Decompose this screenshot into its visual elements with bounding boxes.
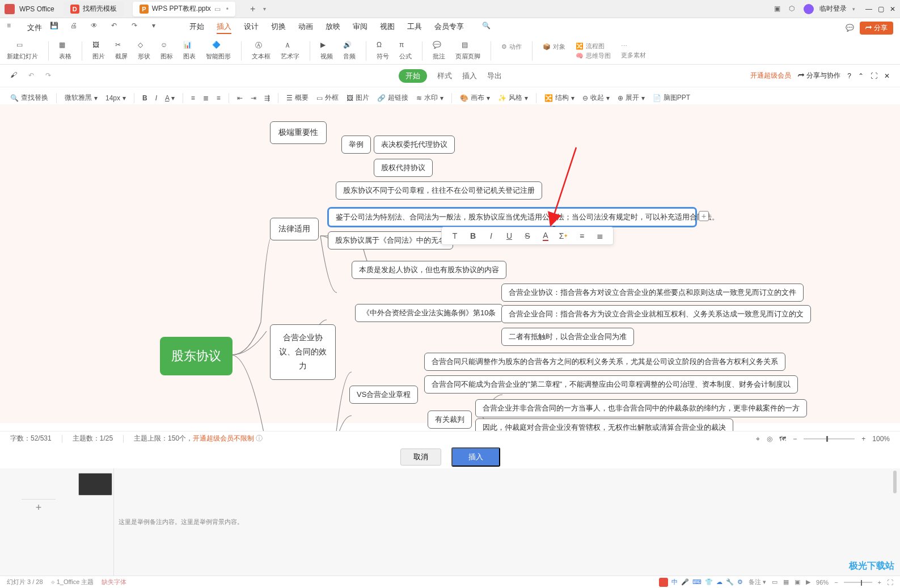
- tool-textbox[interactable]: Ⓐ文本框: [252, 41, 271, 61]
- menu-icon[interactable]: ≡: [7, 22, 19, 34]
- slide-thumbnail[interactable]: [78, 473, 112, 496]
- view-normal-icon[interactable]: ▭: [772, 578, 778, 586]
- fmt-underline[interactable]: U: [504, 231, 514, 241]
- zoom-out-icon[interactable]: −: [793, 435, 797, 443]
- node-b3-r1[interactable]: 合营企业协议：指合营各方对设立合营企业的某些要点和原则达成一致意见而订立的文件: [501, 284, 804, 302]
- center-node[interactable]: 股东协议: [160, 337, 233, 375]
- image-button[interactable]: 🖼 图片: [347, 93, 369, 103]
- app-zoom-in[interactable]: +: [878, 579, 881, 586]
- save-icon[interactable]: 💾: [50, 22, 62, 34]
- tab-review[interactable]: 审阅: [353, 22, 367, 34]
- expand-button[interactable]: ⊕ 展开 ▾: [618, 93, 645, 103]
- file-menu[interactable]: 文件: [27, 23, 42, 33]
- cancel-button[interactable]: 取消: [400, 449, 441, 466]
- font-select[interactable]: 微软雅黑 ▾: [65, 93, 98, 103]
- node-b1-n3[interactable]: 股东协议不同于公司章程，往往不在公司登记机关登记注册: [336, 181, 542, 200]
- scrollbar-right[interactable]: [892, 471, 898, 573]
- tool-action[interactable]: ⚙ 动作: [501, 43, 522, 51]
- node-b3-v1[interactable]: 合营合同只能调整作为股东的合营各方之间的权利义务关系，尤其是公司设立阶段的合营各…: [424, 353, 785, 371]
- outline-button[interactable]: ☰ 概要: [286, 93, 309, 103]
- fmt-color[interactable]: A: [540, 231, 551, 241]
- zoom-in-icon[interactable]: +: [861, 435, 865, 443]
- node-b1-n2[interactable]: 股权代持协议: [374, 159, 433, 177]
- print-icon[interactable]: 🖨: [70, 22, 83, 34]
- tool-more-label[interactable]: 更多素材: [621, 51, 646, 60]
- tool-symbol[interactable]: Ω符号: [377, 41, 389, 61]
- node-b3-n1[interactable]: 本质是发起人协议，但也有股东协议的内容: [352, 261, 506, 279]
- tool-object[interactable]: 📦 对象: [543, 43, 565, 51]
- insert-button[interactable]: 插入: [451, 447, 500, 467]
- mm-tab-export[interactable]: 导出: [487, 71, 502, 81]
- slide-number[interactable]: 幻灯片 3 / 28: [7, 578, 43, 586]
- view-present-icon[interactable]: ▶: [806, 578, 810, 586]
- mm-tab-insert[interactable]: 插入: [462, 71, 477, 81]
- login-label[interactable]: 临时登录: [819, 4, 847, 14]
- missing-font[interactable]: 缺失字体: [102, 578, 126, 586]
- tool-table[interactable]: ▦表格: [59, 41, 71, 61]
- tab-animation[interactable]: 动画: [298, 22, 313, 34]
- locate-icon[interactable]: ⌖: [756, 435, 760, 443]
- mm-undo-icon[interactable]: ↶: [28, 71, 37, 81]
- tool-chart[interactable]: 📊图表: [183, 41, 196, 61]
- tab-tools[interactable]: 工具: [407, 22, 422, 34]
- tool-wordart[interactable]: Ａ艺术字: [281, 41, 299, 61]
- link-button[interactable]: 🔗 超链接: [377, 93, 408, 103]
- branch-law[interactable]: 法律适用: [270, 218, 319, 240]
- align-center-icon[interactable]: ≣: [203, 94, 209, 102]
- fmt-number-icon[interactable]: ≣: [595, 231, 605, 241]
- add-tab-icon[interactable]: +: [250, 4, 255, 14]
- mm-tab-style[interactable]: 样式: [437, 71, 452, 81]
- tab-transition[interactable]: 切换: [271, 22, 286, 34]
- tab-close-icon[interactable]: •: [226, 5, 229, 13]
- size-select[interactable]: 14px ▾: [105, 94, 126, 102]
- node-b3-cp[interactable]: 有关裁判: [428, 411, 472, 429]
- tab-document[interactable]: P WPS PPT教程.pptx ▭ •: [133, 2, 235, 16]
- wps-logo-icon[interactable]: [5, 4, 15, 14]
- fmt-text-icon[interactable]: T: [450, 231, 460, 241]
- sogou-icon[interactable]: [659, 578, 668, 587]
- branch-jv[interactable]: 合营企业协议、合同的效力: [270, 324, 336, 380]
- node-example[interactable]: 举例: [341, 136, 371, 154]
- notes-button[interactable]: 备注 ▾: [749, 578, 766, 586]
- redo-icon[interactable]: ↷: [132, 22, 144, 34]
- add-child-button[interactable]: +: [699, 211, 709, 221]
- tool-smart[interactable]: 🔷智能图形: [206, 41, 231, 61]
- tool-screenshot[interactable]: ✂截屏: [115, 41, 128, 61]
- node-selected[interactable]: 鉴于公司法为特别法、合同法为一般法，股东协议应当优先适用公司法；当公司法没有规定…: [328, 208, 696, 227]
- search-replace[interactable]: 🔍 查找替换: [10, 93, 48, 103]
- italic-button[interactable]: I: [155, 94, 157, 102]
- tool-header[interactable]: ▤页眉页脚: [455, 41, 480, 61]
- fmt-formula-icon[interactable]: Σ✦: [559, 231, 569, 241]
- notes-panel[interactable]: 这里是举例备注内容。这里是举例背景内容。: [113, 468, 900, 576]
- tab-member[interactable]: 会员专享: [434, 22, 464, 34]
- help-icon[interactable]: ?: [847, 72, 851, 80]
- bold-button[interactable]: B: [142, 94, 147, 102]
- style-button[interactable]: ✨ 风格 ▾: [498, 93, 528, 103]
- tool-comment[interactable]: 💬批注: [433, 41, 445, 61]
- close-button[interactable]: ✕: [890, 5, 895, 13]
- node-b2-n2[interactable]: 股东协议属于《合同法》中的无名: [328, 231, 453, 249]
- tool-icons[interactable]: ☺图标: [160, 41, 173, 61]
- structure-button[interactable]: 🔀 结构 ▾: [544, 93, 574, 103]
- watermark-button[interactable]: ≋ 水印 ▾: [416, 93, 443, 103]
- maximize-button[interactable]: ▢: [878, 5, 884, 13]
- login-dropdown-icon[interactable]: ▾: [852, 6, 855, 12]
- align-right-icon[interactable]: ≡: [217, 94, 221, 102]
- tab-design[interactable]: 设计: [244, 22, 259, 34]
- tool-audio[interactable]: 🔊音频: [343, 41, 356, 61]
- node-b3-r3[interactable]: 二者有抵触时，以合营企业合同为准: [501, 328, 634, 346]
- font-color-button[interactable]: A ▾: [165, 94, 175, 102]
- map-icon[interactable]: 🗺: [779, 435, 786, 443]
- tab-template[interactable]: D 找稻壳模板: [64, 2, 124, 16]
- tab-screen-icon[interactable]: ▭: [214, 5, 221, 13]
- upgrade-link[interactable]: 开通超级会员: [750, 71, 791, 81]
- add-slide-button[interactable]: +: [22, 499, 56, 516]
- tab-insert[interactable]: 插入: [217, 22, 231, 34]
- node-b3-vs[interactable]: VS合营企业章程: [349, 386, 418, 404]
- tool-shapes[interactable]: ◇形状: [138, 41, 150, 61]
- mindmap-canvas[interactable]: 股东协议 极端重要性 举例 表决权委托代理协议 股权代持协议 股东协议不同于公司…: [0, 104, 900, 423]
- tool-newslide[interactable]: ▭新建幻灯片: [7, 41, 38, 61]
- fit-icon[interactable]: ⛶: [887, 579, 893, 586]
- indent-right-icon[interactable]: ⇥: [251, 94, 256, 102]
- node-b1-n1[interactable]: 表决权委托代理协议: [374, 136, 455, 154]
